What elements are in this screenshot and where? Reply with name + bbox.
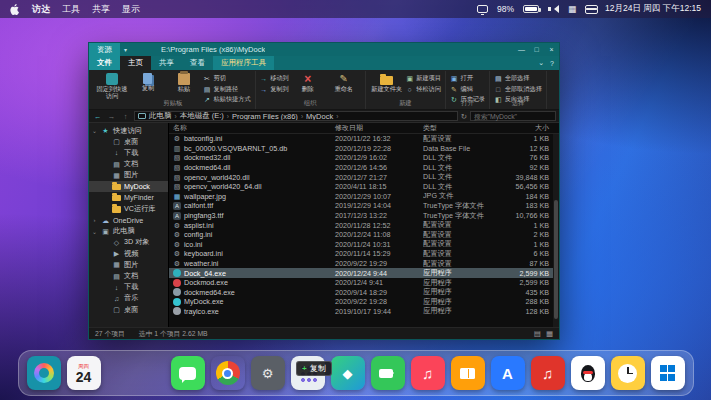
maximize-button[interactable]: □ bbox=[529, 43, 544, 56]
open-button[interactable]: ▣ 打开 bbox=[450, 74, 485, 83]
apple-menu-icon[interactable] bbox=[10, 3, 20, 15]
selnone-button[interactable]: □ 全部取消选择 bbox=[494, 85, 542, 94]
sidebar-item-快速访问[interactable]: ⌄ ★ 快速访问 bbox=[89, 125, 168, 136]
scrollbar-thumb[interactable] bbox=[554, 200, 558, 320]
menubar-item[interactable]: 显示 bbox=[122, 3, 140, 16]
file-row[interactable]: MyDock.exe 2020/9/22 19:28 应用程序 288 KB bbox=[169, 297, 559, 307]
file-row[interactable]: ▧ dockmed64.dll 2020/12/6 14:56 DLL 文件 9… bbox=[169, 163, 559, 173]
display-icon[interactable] bbox=[477, 5, 488, 13]
ribbon-tab-查看[interactable]: 查看 bbox=[182, 56, 213, 70]
dock-icon-books[interactable] bbox=[451, 356, 485, 390]
file-row[interactable]: ⚙ weather.ini 2020/9/22 19:29 配置设置 87 KB bbox=[169, 259, 559, 269]
file-row[interactable]: ⚙ ico.ini 2020/11/24 10:31 配置设置 1 KB bbox=[169, 240, 559, 250]
dock-icon-settings[interactable]: ⚙ bbox=[251, 356, 285, 390]
sidebar-item-MyFinder[interactable]: MyFinder bbox=[89, 192, 168, 203]
column-date[interactable]: 修改日期 bbox=[335, 123, 423, 133]
file-row[interactable]: Dockmod.exe 2020/12/4 9:41 应用程序 2,599 KB bbox=[169, 278, 559, 288]
sidebar-item-图片[interactable]: ▦ 图片 bbox=[89, 170, 168, 181]
file-row[interactable]: ▧ opencv_world420.dll 2020/12/7 21:27 DL… bbox=[169, 172, 559, 182]
sidebar-item-文档[interactable]: ▤ 文档 bbox=[89, 270, 168, 281]
file-row[interactable]: ⚙ keyboard.ini 2020/11/14 15:29 配置设置 6 K… bbox=[169, 249, 559, 259]
sidebar-item-图片[interactable]: ▦ 图片 bbox=[89, 259, 168, 270]
dock-icon-netease-music[interactable]: ♫ bbox=[531, 356, 565, 390]
dock-icon-calendar[interactable]: 周四24 bbox=[67, 356, 101, 390]
column-name[interactable]: 名称 bbox=[173, 123, 335, 133]
column-type[interactable]: 类型 bbox=[423, 123, 509, 133]
sidebar-item-桌面[interactable]: ▢ 桌面 bbox=[89, 136, 168, 147]
sidebar-item-音乐[interactable]: ♫ 音乐 bbox=[89, 293, 168, 304]
refresh-icon[interactable]: ↻ bbox=[461, 112, 467, 121]
window-tab[interactable]: 资源 bbox=[89, 43, 120, 56]
file-row[interactable]: dockmed64.exe 2020/9/14 18:29 应用程序 435 K… bbox=[169, 288, 559, 298]
sidebar-item-3D 对象[interactable]: ◇ 3D 对象 bbox=[89, 237, 168, 248]
file-row[interactable]: ⚙ config.ini 2020/12/24 11:08 配置设置 2 KB bbox=[169, 230, 559, 240]
title-bar[interactable]: 资源 ▾ E:\Program Files (x86)\MyDock — □ × bbox=[89, 43, 559, 56]
file-row[interactable]: ▧ opencv_world420_64.dll 2020/4/11 18:15… bbox=[169, 182, 559, 192]
search-input[interactable] bbox=[471, 113, 555, 121]
breadcrumb-item[interactable]: 此电脑 bbox=[149, 111, 172, 121]
ribbon-tab-共享[interactable]: 共享 bbox=[151, 56, 182, 70]
ribbon-tab-主页[interactable]: 主页 bbox=[120, 56, 151, 70]
dock-icon-chrome[interactable] bbox=[211, 356, 245, 390]
dock-icon-music[interactable]: ♫ bbox=[411, 356, 445, 390]
vertical-scrollbar[interactable] bbox=[553, 134, 559, 327]
forward-button[interactable]: → bbox=[106, 112, 117, 121]
details-view-icon[interactable]: ▤ bbox=[534, 329, 541, 338]
sidebar-item-视频[interactable]: ▶ 视频 bbox=[89, 248, 168, 259]
dock-icon-facetime[interactable] bbox=[371, 356, 405, 390]
help-icon[interactable]: ? bbox=[550, 60, 554, 67]
collapse-ribbon-icon[interactable]: ⌄ bbox=[538, 59, 544, 67]
expand-chevron-icon[interactable]: ⌄ bbox=[91, 127, 98, 134]
dock-icon-app-store[interactable]: A bbox=[491, 356, 525, 390]
copy-button[interactable]: 复制 bbox=[131, 72, 165, 100]
search-box[interactable] bbox=[470, 111, 556, 121]
dock-icon-maps[interactable]: ◆ bbox=[331, 356, 365, 390]
sidebar-item-文档[interactable]: ▤ 文档 bbox=[89, 159, 168, 170]
menubar-item[interactable]: 访达 bbox=[32, 3, 50, 16]
sidebar-item-OneDrive[interactable]: › ☁ OneDrive bbox=[89, 215, 168, 226]
close-button[interactable]: × bbox=[544, 43, 559, 56]
minimize-button[interactable]: — bbox=[514, 43, 529, 56]
sidebar-item-桌面[interactable]: ▢ 桌面 bbox=[89, 304, 168, 315]
menu-clock[interactable]: 12月24日 周四 下午12:15 bbox=[605, 3, 701, 15]
file-row[interactable]: ▦ wallpaper.jpg 2020/12/29 10:07 JPG 文件 … bbox=[169, 192, 559, 202]
expand-chevron-icon[interactable]: › bbox=[91, 217, 98, 223]
newfolder-button[interactable]: 新建文件夹 bbox=[370, 72, 404, 100]
rename-button[interactable]: ✎ 重命名 bbox=[327, 72, 361, 100]
up-button[interactable]: ↑ bbox=[120, 112, 131, 121]
file-row[interactable]: traylco.exe 2019/10/17 19:44 应用程序 128 KB bbox=[169, 307, 559, 317]
ribbon-tab-文件[interactable]: 文件 bbox=[89, 56, 120, 70]
dock-icon-qq[interactable] bbox=[571, 356, 605, 390]
breadcrumb-item[interactable]: 本地磁盘 (E:) bbox=[180, 111, 224, 121]
column-size[interactable]: 大小 bbox=[509, 123, 559, 133]
path-button[interactable]: ▤ 复制路径 bbox=[203, 85, 251, 94]
paste-button[interactable]: 粘贴 bbox=[167, 72, 201, 100]
menubar-item[interactable]: 共享 bbox=[92, 3, 110, 16]
battery-icon[interactable] bbox=[523, 5, 539, 13]
file-row[interactable]: ▧ dockmed32.dll 2020/12/9 16:02 DLL 文件 7… bbox=[169, 153, 559, 163]
menubar-item[interactable]: 工具 bbox=[62, 3, 80, 16]
dock-icon-windows-start[interactable] bbox=[651, 356, 685, 390]
expand-chevron-icon[interactable]: ⌄ bbox=[91, 228, 98, 235]
file-row[interactable]: Dock_64.exe 2020/12/24 9:44 应用程序 2,599 K… bbox=[169, 268, 559, 278]
pin-button[interactable]: 固定到快速访问 bbox=[95, 72, 129, 100]
cut-button[interactable]: ✂ 剪切 bbox=[203, 74, 251, 83]
back-button[interactable]: ← bbox=[92, 112, 103, 121]
quick-access-toolbar-arrow-icon[interactable]: ▾ bbox=[120, 46, 131, 53]
dock-icon-mydock-launcher[interactable] bbox=[27, 356, 61, 390]
file-row[interactable]: A pingfang3.ttf 2017/12/3 13:22 TrueType… bbox=[169, 211, 559, 221]
dock-icon-messages[interactable] bbox=[171, 356, 205, 390]
edit-button[interactable]: ✎ 编辑 bbox=[450, 85, 485, 94]
control-center-icon[interactable] bbox=[585, 5, 596, 14]
breadcrumb-item[interactable]: MyDock bbox=[306, 112, 333, 121]
move-button[interactable]: → 移动到 bbox=[260, 74, 289, 83]
file-row[interactable]: ▥ bc_00000.VSQVBARNLT_05.db 2020/12/19 2… bbox=[169, 144, 559, 154]
thumbnail-view-icon[interactable]: ▦ bbox=[546, 329, 553, 338]
sidebar-item-VC运行库[interactable]: VC运行库 bbox=[89, 203, 168, 214]
breadcrumb-item[interactable]: Program Files (x86) bbox=[232, 112, 298, 121]
file-row[interactable]: A calfont.ttf 2019/12/29 14:04 TrueType … bbox=[169, 201, 559, 211]
sidebar-item-下载[interactable]: ↓ 下载 bbox=[89, 147, 168, 158]
ribbon-tab-应用程序工具[interactable]: 应用程序工具 bbox=[213, 56, 274, 70]
delete-button[interactable]: × 删除 bbox=[291, 72, 325, 100]
volume-icon[interactable] bbox=[548, 5, 559, 14]
